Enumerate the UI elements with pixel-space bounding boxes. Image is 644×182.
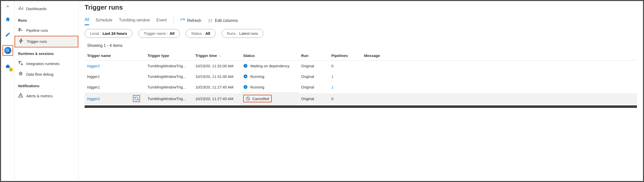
cell-run: Original: [299, 93, 329, 104]
toolbox-badge: 2: [9, 67, 13, 72]
pipelines-count[interactable]: 1: [331, 85, 333, 89]
cell-trigger-type: TumblingWindowTrig...: [145, 60, 193, 71]
filter-status[interactable]: Status : All: [186, 29, 216, 38]
sidebar-item-data-flow-debug[interactable]: Data flow debug: [15, 69, 78, 80]
nav-rail: » 2: [1, 1, 15, 181]
sidebar-item-alerts-metrics[interactable]: Alerts & metrics: [15, 91, 78, 101]
clock-icon: [243, 64, 248, 68]
running-icon: [243, 74, 248, 79]
pipelines-count: 0: [331, 64, 333, 68]
edit-columns-button[interactable]: Edit columns: [208, 18, 238, 23]
status-text: Running: [250, 74, 264, 79]
tab-bar: All Schedule Tumbling window Event Refre…: [85, 16, 637, 25]
tab-tumbling-window[interactable]: Tumbling window: [119, 16, 150, 25]
sidebar-label-data-flow-debug: Data flow debug: [26, 72, 53, 77]
tab-schedule[interactable]: Schedule: [96, 16, 113, 25]
status-text: Cancelled: [252, 97, 269, 101]
horizontal-scrollbar[interactable]: [85, 105, 637, 108]
trigger-runs-icon: [19, 38, 24, 45]
sidebar-label-pipeline-runs: Pipeline runs: [26, 28, 48, 33]
main-content: Trigger runs All Schedule Tumbling windo…: [79, 1, 643, 181]
sidebar-item-dashboards[interactable]: Dashboards: [15, 4, 78, 14]
filter-trigger-name[interactable]: Trigger name : All: [138, 29, 180, 38]
sidebar-heading-notifications: Notifications: [15, 81, 78, 91]
tab-all[interactable]: All: [85, 16, 89, 25]
svg-rect-2: [19, 30, 20, 31]
expand-rail-icon[interactable]: »: [6, 4, 9, 9]
col-pipelines[interactable]: Pipelines: [329, 51, 362, 60]
trigger-name-link[interactable]: trigger2: [87, 64, 100, 68]
cell-trigger-type: TumblingWindowTrig...: [145, 71, 193, 82]
cell-pipelines: 1: [329, 82, 362, 92]
author-pencil-icon[interactable]: [3, 30, 12, 39]
cell-trigger-time: 10/23/20, 11:31:00 AM: [193, 71, 241, 82]
cell-trigger-name: trigger1: [85, 82, 145, 92]
svg-rect-1: [19, 28, 20, 29]
trigger-name-link: trigger1: [87, 74, 100, 79]
home-icon[interactable]: [3, 15, 12, 24]
col-trigger-type[interactable]: Trigger type: [145, 51, 193, 60]
edit-columns-label: Edit columns: [215, 18, 238, 23]
refresh-label: Refresh: [187, 18, 201, 23]
col-status[interactable]: Status: [241, 51, 299, 60]
cell-run: Original: [299, 60, 329, 71]
pipeline-runs-icon: [18, 27, 23, 34]
sidebar-item-integration-runtimes[interactable]: Integration runtimes: [15, 58, 78, 69]
cell-trigger-time: 10/23/20, 11:27:45 AM: [193, 93, 241, 104]
tab-separator: [173, 17, 173, 24]
svg-point-4: [21, 64, 23, 65]
cell-status: Running: [241, 71, 299, 82]
sidebar-label-integration-runtimes: Integration runtimes: [26, 61, 60, 67]
col-trigger-name[interactable]: Trigger name: [85, 51, 145, 60]
pipelines-count: 0: [331, 97, 333, 101]
col-message[interactable]: Message: [362, 51, 637, 60]
cell-run: Original: [299, 71, 329, 82]
cell-trigger-type: TumblingWindowTrig...: [145, 82, 193, 92]
sidebar-label-alerts-metrics: Alerts & metrics: [26, 93, 53, 99]
sidebar-item-pipeline-runs[interactable]: Pipeline runs: [15, 25, 78, 36]
rerun-button[interactable]: [133, 95, 140, 102]
cell-pipelines: 0: [329, 60, 362, 71]
cancelled-icon: [246, 96, 250, 101]
sidebar-heading-runtimes: Runtimes & sessions: [15, 49, 78, 58]
cell-status: Running: [241, 82, 299, 92]
col-run[interactable]: Run: [299, 51, 329, 60]
svg-point-5: [20, 73, 22, 75]
filter-runs[interactable]: Runs : Latest runs: [222, 29, 263, 38]
monitor-icon-selected[interactable]: [3, 45, 13, 56]
dashboards-icon: [18, 6, 23, 12]
cell-pipelines: 0: [329, 93, 362, 104]
results-table: Trigger name Trigger type Trigger time ↑…: [85, 51, 637, 105]
cell-message: [362, 71, 637, 82]
col-trigger-time[interactable]: Trigger time ↑↓: [193, 51, 241, 60]
status-text: Waiting on dependency: [250, 64, 290, 68]
cancelled-highlight: Cancelled: [243, 95, 272, 102]
cell-run: Original: [299, 82, 329, 92]
filter-local-time[interactable]: Local : Last 24 hours: [85, 29, 132, 38]
cell-pipelines: 1: [329, 71, 362, 82]
cell-trigger-time: 10/23/20, 11:32:00 AM: [193, 60, 241, 71]
manage-toolbox-icon[interactable]: 2: [3, 62, 12, 71]
sidebar-label-dashboards: Dashboards: [26, 6, 47, 12]
filter-bar: Local : Last 24 hours Trigger name : All…: [85, 29, 637, 38]
cell-trigger-time: 10/23/20, 11:27:45 AM: [193, 82, 241, 92]
cell-status: Cancelled: [241, 92, 299, 105]
trigger-name-link: trigger1: [87, 85, 100, 89]
trigger-name-link[interactable]: trigger2: [87, 97, 100, 101]
sidebar-item-trigger-runs[interactable]: Trigger runs: [15, 36, 78, 47]
sort-arrows-icon: ↑↓: [219, 54, 222, 57]
cell-trigger-name: trigger1: [85, 71, 145, 82]
data-flow-debug-icon: [18, 71, 23, 78]
cell-status: Waiting on dependency: [241, 60, 299, 71]
pipelines-count[interactable]: 1: [331, 74, 333, 79]
showing-count: Showing 1 - 4 items: [87, 43, 637, 48]
cell-message: [362, 93, 637, 104]
status-text: Running: [250, 85, 264, 89]
page-title: Trigger runs: [85, 4, 637, 11]
cell-message: [362, 82, 637, 92]
cell-trigger-name: trigger2: [85, 60, 145, 71]
refresh-button[interactable]: Refresh: [180, 18, 201, 23]
tab-event[interactable]: Event: [157, 16, 167, 25]
sidebar-heading-runs: Runs: [15, 16, 78, 25]
cell-trigger-type: TumblingWindowTrig...: [145, 93, 193, 104]
